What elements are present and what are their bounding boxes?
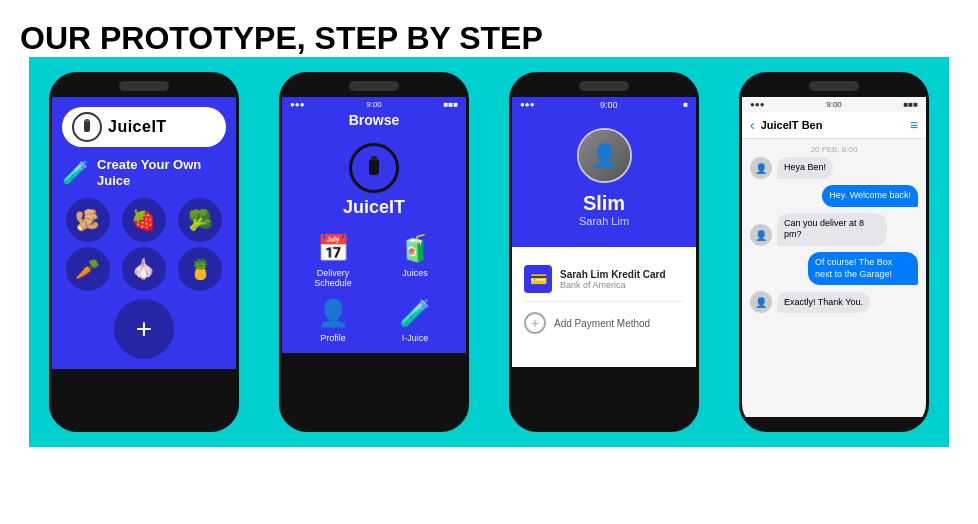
phone1-create-row: 🧪 Create Your Own Juice (62, 157, 226, 188)
phone2-bottle-icon (361, 155, 387, 181)
phone1-device: JuiceIT 🧪 Create Your Own Juice 🫚 🍓 🥦 🥕 … (49, 72, 239, 432)
phone4-wrapper: ●●● 9:00 ■■■ ‹ JuiceIT Ben ≡ 20 FEB, 8:0… (719, 57, 949, 447)
chat-avatar-left-4: 👤 (750, 291, 772, 313)
phone1-logo-circle (72, 112, 102, 142)
payment-info: Sarah Lim Kredit Card Bank of America (560, 269, 666, 290)
phone2-notch (282, 75, 466, 97)
phone1-header: JuiceIT (62, 107, 226, 147)
phone2-status-bar: ●●● 9:00 ■■■ (282, 97, 466, 112)
delivery-schedule-icon: 📅 (317, 233, 349, 264)
phone1-screen: JuiceIT 🧪 Create Your Own Juice 🫚 🍓 🥦 🥕 … (52, 97, 236, 369)
chat-header: ‹ JuiceIT Ben ≡ (742, 112, 926, 139)
chat-bubble-3: Of course! The Box next to the Garage! (808, 252, 918, 285)
ijuice-label: I-Juice (402, 333, 429, 343)
phone2-brand: JuiceIT (282, 197, 466, 218)
svg-rect-1 (85, 119, 89, 122)
ingredient-strawberry[interactable]: 🍓 (122, 198, 166, 242)
phone4-notch (742, 75, 926, 97)
chat-messages-list: 👤 Heya Ben! Hey. Welcome back! 👤 Can you… (742, 157, 926, 313)
juices-icon: 🧃 (399, 233, 431, 264)
phone3-wrapper: ●●● 9:00 ■ 👤 Slim Sarah Lim 💳 Sarah Li (489, 57, 719, 447)
ingredient-ginger[interactable]: 🫚 (66, 198, 110, 242)
delivery-schedule-label: Delivery Schedule (297, 268, 369, 288)
payment-bank-name: Bank of America (560, 280, 666, 290)
page-title: OUR PROTOTYPE, STEP BY STEP (20, 20, 958, 57)
menu-ijuice[interactable]: 🧪 I-Juice (379, 298, 451, 343)
phone2-menu-grid: 📅 Delivery Schedule 🧃 Juices 👤 Profile 🧪… (282, 223, 466, 353)
user-real-name: Sarah Lim (512, 215, 696, 227)
profile-icon: 👤 (317, 298, 349, 329)
user-display-name: Slim (512, 192, 696, 215)
chat-menu-icon[interactable]: ≡ (910, 117, 918, 133)
phone3-screen: ●●● 9:00 ■ 👤 Slim Sarah Lim 💳 Sarah Li (512, 97, 696, 367)
phone2-device: ●●● 9:00 ■■■ Browse JuiceIT (279, 72, 469, 432)
phone3-status-bar: ●●● 9:00 ■ (512, 97, 696, 113)
ijuice-icon: 🧪 (399, 298, 431, 329)
chat-msg-4: 👤 Exactly! Thank You. (750, 291, 918, 313)
chat-bubble-1: Hey. Welcome back! (822, 185, 918, 207)
bottle-icon (78, 118, 96, 136)
svg-rect-2 (369, 159, 379, 175)
chat-bubble-4: Exactly! Thank You. (777, 292, 870, 314)
chat-contact-name: JuiceIT Ben (761, 119, 904, 131)
phone2-screen: ●●● 9:00 ■■■ Browse JuiceIT (282, 97, 466, 353)
ingredient-garlic[interactable]: 🧄 (122, 247, 166, 291)
menu-delivery-schedule[interactable]: 📅 Delivery Schedule (297, 233, 369, 288)
phone1-notch-bar (119, 81, 169, 91)
payment-section: 💳 Sarah Lim Kredit Card Bank of America … (512, 247, 696, 367)
menu-profile[interactable]: 👤 Profile (297, 298, 369, 343)
chat-msg-1: Hey. Welcome back! (750, 185, 918, 207)
phone2-logo-circle (349, 143, 399, 193)
phone2-notch-bar (349, 81, 399, 91)
phone3-device: ●●● 9:00 ■ 👤 Slim Sarah Lim 💳 Sarah Li (509, 72, 699, 432)
create-text: Create Your Own Juice (97, 157, 226, 188)
chat-bubble-2: Can you deliver at 8 pm? (777, 213, 887, 246)
phone4-device: ●●● 9:00 ■■■ ‹ JuiceIT Ben ≡ 20 FEB, 8:0… (739, 72, 929, 432)
phone1-wrapper: JuiceIT 🧪 Create Your Own Juice 🫚 🍓 🥦 🥕 … (29, 57, 259, 447)
profile-label: Profile (320, 333, 346, 343)
phones-row: JuiceIT 🧪 Create Your Own Juice 🫚 🍓 🥦 🥕 … (20, 57, 958, 447)
add-ingredient-button[interactable]: + (114, 299, 174, 359)
phone3-notch (512, 75, 696, 97)
payment-card-name: Sarah Lim Kredit Card (560, 269, 666, 280)
phone3-notch-bar (579, 81, 629, 91)
chat-avatar-left-0: 👤 (750, 157, 772, 179)
juices-label: Juices (402, 268, 428, 278)
menu-juices[interactable]: 🧃 Juices (379, 233, 451, 288)
chat-msg-3: Of course! The Box next to the Garage! (750, 252, 918, 285)
chat-msg-2: 👤 Can you deliver at 8 pm? (750, 213, 918, 246)
phone4-status-bar: ●●● 9:00 ■■■ (742, 97, 926, 112)
chat-msg-0: 👤 Heya Ben! (750, 157, 918, 179)
payment-card-row[interactable]: 💳 Sarah Lim Kredit Card Bank of America (524, 257, 684, 302)
avatar-image: 👤 (579, 130, 630, 181)
add-payment-row[interactable]: + Add Payment Method (524, 302, 684, 344)
user-avatar: 👤 (577, 128, 632, 183)
ingredient-broccoli[interactable]: 🥦 (178, 198, 222, 242)
add-payment-icon: + (524, 312, 546, 334)
phone4-screen: ●●● 9:00 ■■■ ‹ JuiceIT Ben ≡ 20 FEB, 8:0… (742, 97, 926, 417)
phone2-logo-area: JuiceIT (282, 133, 466, 223)
chat-bubble-0: Heya Ben! (777, 157, 833, 179)
chat-avatar-left-2: 👤 (750, 224, 772, 246)
phone4-notch-bar (809, 81, 859, 91)
phone2-browse-header: Browse (282, 112, 466, 133)
card-icon: 💳 (524, 265, 552, 293)
flask-icon: 🧪 (62, 160, 89, 186)
phone2-wrapper: ●●● 9:00 ■■■ Browse JuiceIT (259, 57, 489, 447)
back-arrow-icon[interactable]: ‹ (750, 117, 755, 133)
phone3-avatar-area: 👤 Slim Sarah Lim (512, 113, 696, 235)
ingredient-pineapple[interactable]: 🍍 (178, 247, 222, 291)
phone1-notch (52, 75, 236, 97)
ingredient-carrot[interactable]: 🥕 (66, 247, 110, 291)
chat-date-label: 20 FEB, 8:00 (742, 139, 926, 157)
ingredients-grid: 🫚 🍓 🥦 🥕 🧄 🍍 (62, 198, 226, 291)
phone1-brand: JuiceIT (108, 118, 167, 136)
add-payment-label: Add Payment Method (554, 318, 650, 329)
svg-rect-3 (371, 156, 377, 161)
